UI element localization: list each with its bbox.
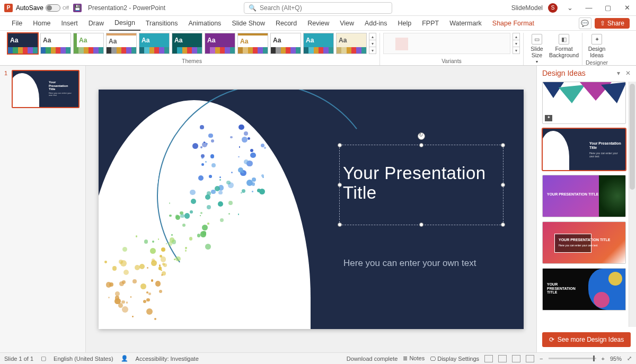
normal-view-icon[interactable]: [484, 355, 493, 362]
tab-help[interactable]: Help: [392, 16, 417, 31]
slide-size-button[interactable]: ▭ Slide Size ▾: [527, 33, 547, 65]
design-idea-thumbnail[interactable]: Your Presentation TitleHere you can ente…: [542, 128, 626, 171]
theme-thumbnail[interactable]: Aa: [303, 33, 334, 54]
zoom-value[interactable]: 95%: [610, 356, 622, 362]
pane-options-icon[interactable]: ▾: [617, 69, 620, 77]
tab-fppt[interactable]: FPPT: [417, 16, 444, 31]
selection-handle[interactable]: [501, 143, 505, 147]
user-name: SlideModel: [511, 4, 543, 12]
see-more-design-ideas-button[interactable]: ⟳ See more Design Ideas: [542, 332, 631, 347]
design-idea-thumbnail[interactable]: YOUR PRESENTATION TITLEHere you can ente…: [542, 221, 626, 264]
share-icon: ⇧: [600, 20, 605, 27]
theme-thumbnail[interactable]: Aa: [270, 33, 301, 54]
theme-thumbnail[interactable]: Aa: [139, 33, 170, 54]
variant-gallery[interactable]: [383, 33, 510, 54]
search-icon: 🔍: [249, 4, 257, 12]
slide: Your Presentation Title Here you can ent…: [99, 90, 524, 329]
theme-thumbnail[interactable]: Aa: [336, 33, 367, 54]
reading-view-icon[interactable]: [512, 355, 520, 362]
theme-thumbnail[interactable]: Aa: [172, 33, 202, 54]
title-placeholder[interactable]: Your Presentation Title: [339, 145, 504, 225]
user-avatar[interactable]: S: [548, 3, 558, 13]
display-settings-button[interactable]: 🖵 Display Settings: [430, 356, 479, 362]
selection-handle[interactable]: [419, 223, 423, 227]
search-placeholder: Search (Alt+Q): [260, 4, 302, 12]
close-icon[interactable]: ✕: [620, 2, 634, 14]
customize-group: ▭ Slide Size ▾ ◧ Format Background Custo…: [524, 33, 582, 65]
tab-record[interactable]: Record: [270, 16, 302, 31]
sorter-view-icon[interactable]: [498, 355, 507, 362]
tab-watermark[interactable]: Watermark: [444, 16, 487, 31]
tab-home[interactable]: Home: [28, 16, 56, 31]
maximize-icon[interactable]: ▢: [601, 2, 615, 14]
theme-thumbnail[interactable]: Aa: [106, 33, 137, 54]
tab-insert[interactable]: Insert: [56, 16, 83, 31]
minimize-icon[interactable]: —: [582, 2, 596, 14]
scrollbar[interactable]: [629, 82, 636, 327]
tab-review[interactable]: Review: [302, 16, 334, 31]
theme-thumbnail[interactable]: Aa: [40, 33, 71, 54]
selection-handle[interactable]: [338, 183, 342, 187]
autosave-label: AutoSave: [16, 4, 43, 12]
comments-icon[interactable]: 💬: [579, 17, 591, 29]
see-more-label: See more Design Ideas: [558, 336, 624, 343]
theme-thumbnail[interactable]: Aa: [205, 33, 235, 54]
zoom-in-icon[interactable]: +: [602, 356, 605, 362]
theme-thumbnail[interactable]: Aa: [7, 33, 38, 54]
selection-handle[interactable]: [338, 223, 342, 227]
designer-group: ✦ Design Ideas Designer: [582, 33, 611, 65]
chevron-down-icon: ▾: [536, 59, 538, 64]
status-language[interactable]: English (United States): [54, 356, 113, 362]
tab-animations[interactable]: Animations: [183, 16, 227, 31]
design-ideas-title: Design Ideas: [542, 69, 586, 77]
refresh-icon: ⟳: [549, 336, 554, 343]
status-accessibility[interactable]: Accessibility: Investigate: [136, 356, 199, 362]
tab-transitions[interactable]: Transitions: [140, 16, 183, 31]
rotate-handle-icon[interactable]: [418, 132, 425, 140]
title-bar: P AutoSave Off 💾 Presentation2 - PowerPo…: [0, 0, 636, 16]
zoom-out-icon[interactable]: −: [540, 356, 543, 362]
design-idea-thumbnail[interactable]: YOUR PRESENTATION TITLE: [542, 268, 626, 310]
slideshow-view-icon[interactable]: [526, 355, 534, 362]
selection-handle[interactable]: [419, 143, 423, 147]
selection-handle[interactable]: [501, 223, 505, 227]
toggle-icon[interactable]: [46, 4, 60, 12]
format-background-icon: ◧: [559, 34, 569, 45]
design-idea-thumbnail[interactable]: ✦: [542, 82, 626, 124]
slide-number: 1: [4, 70, 7, 76]
tab-shape-format[interactable]: Shape Format: [487, 16, 540, 31]
status-bar: Slide 1 of 1 ▢ English (United States) 👤…: [0, 352, 636, 364]
tab-view[interactable]: View: [334, 16, 359, 31]
slide-thumbnails-pane: 1 Your Presentation Title Here you can e…: [0, 66, 86, 352]
tab-design[interactable]: Design: [109, 16, 140, 31]
variant-more-icon[interactable]: ▴▾▾: [513, 33, 520, 54]
pane-close-icon[interactable]: ✕: [625, 69, 631, 77]
tab-draw[interactable]: Draw: [83, 16, 109, 31]
design-idea-thumbnail[interactable]: YOUR PRESENTATION TITLE: [542, 175, 626, 217]
format-background-button[interactable]: ◧ Format Background: [549, 33, 579, 59]
design-ideas-button[interactable]: ✦ Design Ideas: [587, 33, 607, 59]
autosave-toggle[interactable]: AutoSave Off: [16, 4, 69, 12]
theme-thumbnail[interactable]: Aa: [73, 33, 104, 54]
themes-more-icon[interactable]: ▴▾▾: [369, 33, 376, 54]
selection-handle[interactable]: [501, 183, 505, 187]
notes-button[interactable]: ≣ Notes: [403, 355, 425, 362]
spellcheck-icon[interactable]: ▢: [41, 355, 46, 362]
theme-thumbnail[interactable]: Aa: [237, 33, 268, 54]
selection-handle[interactable]: [338, 143, 342, 147]
subtitle-placeholder[interactable]: Here you can enter your own text: [343, 257, 497, 270]
share-button[interactable]: ⇧Share: [595, 18, 630, 29]
ribbon-options-icon[interactable]: ⌄: [563, 2, 577, 14]
tab-slide-show[interactable]: Slide Show: [226, 16, 270, 31]
document-title: Presentation2 - PowerPoint: [88, 4, 165, 12]
save-icon[interactable]: 💾: [73, 4, 82, 12]
tab-file[interactable]: File: [6, 16, 28, 31]
slide-canvas-area[interactable]: Your Presentation Title Here you can ent…: [86, 66, 536, 352]
design-ideas-label: Design Ideas: [588, 46, 606, 58]
slide-title-text[interactable]: Your Presentation Title: [340, 145, 503, 203]
tab-add-ins[interactable]: Add-ins: [359, 16, 392, 31]
search-input[interactable]: 🔍 Search (Alt+Q): [244, 2, 392, 14]
slide-thumbnail-1[interactable]: Your Presentation Title Here you can ent…: [12, 70, 80, 108]
fit-to-window-icon[interactable]: ⤢: [627, 355, 632, 362]
zoom-slider[interactable]: [549, 358, 596, 359]
